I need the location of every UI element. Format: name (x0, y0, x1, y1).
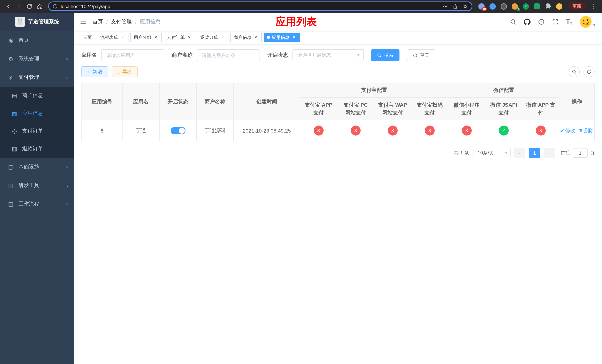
close-icon[interactable]: × (153, 35, 159, 40)
sidebar-item-refund-order[interactable]: ▥ 退款订单 (0, 140, 74, 158)
tab-pay-order[interactable]: 支付订单 × (164, 32, 195, 42)
col-app-name: 应用名 (122, 83, 159, 120)
status-select[interactable]: 请选择开启状态 ▾ (292, 49, 364, 61)
extension-icon-6[interactable] (533, 3, 540, 10)
tab-user-group[interactable]: 用户分组 × (130, 32, 162, 42)
status-cross-icon: × (462, 126, 472, 136)
edit-link[interactable]: 修改 (560, 127, 575, 134)
sidebar-item-label: 支付管理 (19, 74, 39, 81)
col-wechat-jsapi: 微信 JSAPI 支付 (485, 97, 522, 120)
avatar[interactable] (580, 16, 592, 28)
close-icon[interactable]: × (187, 35, 192, 40)
toggle-search-button[interactable] (569, 66, 580, 77)
back-button[interactable] (4, 1, 13, 11)
extension-icon-3[interactable] (500, 3, 507, 10)
breadcrumb: 首页 / 支付管理 / 应用信息 (93, 19, 161, 25)
status-cross-icon: × (388, 126, 398, 136)
edit-label: 修改 (565, 127, 575, 134)
col-alipay-app: 支付宝 APP 支付 (300, 97, 337, 120)
col-alipay-qr: 支付宝扫码支付 (411, 97, 448, 120)
app-title: 芋道管理系统 (28, 19, 59, 25)
tab-refund-order[interactable]: 退款订单 × (197, 32, 228, 42)
forward-button[interactable] (14, 1, 24, 11)
next-page-button[interactable]: › (544, 148, 555, 158)
sidebar-item-label: 工作流程 (19, 201, 39, 207)
close-icon[interactable]: × (291, 35, 297, 40)
status-toggle[interactable] (171, 127, 185, 134)
status-select-placeholder: 请选择开启状态 (297, 52, 331, 58)
tab-merchant-info[interactable]: 商户信息 × (230, 32, 262, 42)
add-button[interactable]: + 新增 (81, 66, 108, 77)
delete-link[interactable]: 删除 (579, 127, 594, 134)
col-group-alipay: 支付宝配置 (300, 83, 448, 97)
extension-icon-1[interactable]: 10 (478, 3, 485, 10)
address-bar[interactable]: localhost:1024/pay/app (48, 1, 473, 11)
pagination: 共 1 条 10条/页 ▾ ‹ 1 › 前往 页 (81, 148, 595, 158)
font-size-icon[interactable]: TT (566, 18, 572, 26)
refresh-icon (413, 53, 418, 58)
sidebar-item-infrastructure[interactable]: ▢ 基础设施 ∨ (0, 158, 74, 176)
workflow-icon: ◫ (7, 201, 14, 207)
password-key-icon[interactable] (442, 3, 448, 9)
breadcrumb-section[interactable]: 支付管理 (111, 19, 132, 25)
search-button[interactable]: 搜索 (371, 49, 399, 61)
bookmark-star-icon[interactable] (462, 3, 468, 9)
refresh-button[interactable] (24, 1, 34, 11)
fullscreen-icon[interactable] (552, 19, 559, 25)
refresh-table-button[interactable] (583, 66, 595, 77)
user-menu[interactable]: ▾ (580, 16, 595, 28)
sidebar-item-merchant-info[interactable]: ▤ 商户信息 (0, 87, 74, 104)
tab-app-info[interactable]: 应用信息 × (264, 32, 300, 42)
sidebar-item-home[interactable]: ◉ 首页 (0, 31, 74, 50)
close-icon[interactable]: × (253, 35, 258, 40)
cell-app-name: 芋道 (122, 120, 159, 141)
merchant-name-input[interactable] (197, 49, 260, 61)
github-icon[interactable] (524, 19, 531, 25)
chevron-down-icon: ∨ (66, 202, 69, 206)
chrome-menu-icon[interactable]: ⋮ (589, 3, 598, 10)
sidebar-item-payment[interactable]: ¥ 支付管理 ∧ (0, 68, 74, 87)
goto-page-input[interactable] (573, 148, 588, 158)
sidebar-item-pay-order[interactable]: ◎ 支付订单 (0, 122, 74, 140)
home-button[interactable] (35, 1, 44, 11)
avatar-extension-icon[interactable] (555, 3, 563, 10)
chevron-down-icon: ∨ (66, 184, 69, 187)
navbar: 首页 / 支付管理 / 应用信息 应用列表 ? (74, 13, 602, 31)
merchant-card-icon: ▤ (11, 92, 18, 99)
breadcrumb-home[interactable]: 首页 (93, 19, 103, 25)
sidebar-item-dev-tools[interactable]: ◫ 研发工具 ∨ (0, 176, 74, 195)
sidebar-item-label: 研发工具 (19, 182, 39, 189)
tab-label: 用户分组 (134, 34, 151, 41)
page-number-1[interactable]: 1 (529, 148, 540, 158)
extensions-area: 10 1 ✓ 更新 ⋮ (476, 2, 598, 10)
extensions-puzzle-icon[interactable] (544, 3, 552, 10)
sidebar-item-app-info[interactable]: ▦ 应用信息 (0, 104, 74, 122)
page-size-select[interactable]: 10条/页 ▾ (473, 148, 511, 158)
app-name-input[interactable] (101, 49, 164, 61)
col-group-wechat: 微信配置 (448, 83, 559, 97)
pencil-icon (560, 128, 564, 133)
sidebar-item-workflow[interactable]: ◫ 工作流程 ∨ (0, 195, 74, 213)
sidebar-item-system[interactable]: ⚙ 系统管理 ∨ (0, 50, 74, 68)
extension-icon-2[interactable] (489, 3, 496, 10)
prev-page-button[interactable]: ‹ (514, 148, 525, 158)
chrome-update-button[interactable]: 更新 (568, 2, 586, 10)
close-icon[interactable]: × (120, 35, 125, 40)
filter-form: 应用名 商户名称 开启状态 请选择开启状态 ▾ (81, 49, 595, 61)
share-icon[interactable] (452, 3, 458, 9)
tab-process-form[interactable]: 流程表单 × (97, 32, 129, 42)
sidebar-item-label: 支付订单 (22, 128, 43, 134)
profile-extension-icon[interactable]: 1 (511, 3, 518, 10)
extension-icon-5[interactable]: ✓ (522, 3, 529, 10)
caret-down-icon: ▾ (357, 53, 359, 58)
reset-button[interactable]: 重置 (407, 49, 435, 61)
hamburger-icon[interactable] (74, 13, 93, 31)
cell-wechat-app: × (522, 120, 559, 141)
tab-home[interactable]: 首页 (80, 32, 95, 42)
help-icon[interactable]: ? (538, 19, 545, 25)
close-icon[interactable]: × (220, 35, 225, 40)
export-button[interactable]: ↓ 导出 (112, 66, 138, 77)
search-icon[interactable] (510, 19, 516, 25)
page-title: 应用列表 (275, 15, 317, 29)
site-info-icon[interactable] (53, 4, 58, 9)
